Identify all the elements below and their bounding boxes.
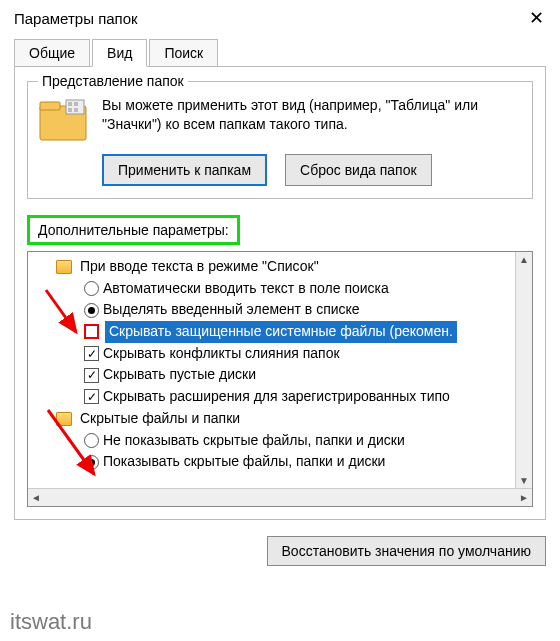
close-icon[interactable]: ✕ xyxy=(526,8,546,28)
tab-search[interactable]: Поиск xyxy=(149,39,218,67)
radio-icon[interactable] xyxy=(84,433,99,448)
svg-rect-4 xyxy=(74,102,78,106)
tab-panel-view: Представление папок Вы можете применить … xyxy=(14,66,546,520)
tab-general[interactable]: Общие xyxy=(14,39,90,67)
tree-item-label: Не показывать скрытые файлы, папки и дис… xyxy=(103,430,405,452)
folder-view-group: Представление папок Вы можете применить … xyxy=(27,81,533,199)
tree-item-label: Скрытые файлы и папки xyxy=(80,408,240,430)
tree-group: При вводе текста в режиме "Список" xyxy=(32,256,532,278)
svg-rect-6 xyxy=(74,108,78,112)
tree-item-label: Автоматически вводить текст в поле поиск… xyxy=(103,278,389,300)
svg-rect-1 xyxy=(40,102,60,110)
tree-option[interactable]: Показывать скрытые файлы, папки и диски xyxy=(32,451,532,473)
tree-item-label: Скрывать защищенные системные файлы (рек… xyxy=(105,321,457,343)
folder-view-text: Вы можете применить этот вид (например, … xyxy=(102,96,522,134)
tree-option[interactable]: Скрывать расширения для зарегистрированн… xyxy=(32,386,532,408)
folder-view-legend: Представление папок xyxy=(38,73,188,89)
watermark-text: itswat.ru xyxy=(10,609,92,635)
svg-rect-3 xyxy=(68,102,72,106)
vertical-scrollbar[interactable]: ▲ ▼ xyxy=(515,252,532,488)
restore-defaults-button[interactable]: Восстановить значения по умолчанию xyxy=(267,536,546,566)
scroll-left-icon[interactable]: ◄ xyxy=(28,490,44,505)
tree-option[interactable]: Автоматически вводить текст в поле поиск… xyxy=(32,278,532,300)
checkbox-icon[interactable] xyxy=(84,389,99,404)
tree-item-label: Скрывать расширения для зарегистрированн… xyxy=(103,386,450,408)
apply-to-folders-button[interactable]: Применить к папкам xyxy=(102,154,267,186)
scroll-down-icon[interactable]: ▼ xyxy=(516,473,532,488)
tree-option[interactable]: Не показывать скрытые файлы, папки и дис… xyxy=(32,430,532,452)
tab-view[interactable]: Вид xyxy=(92,39,147,67)
folder-icon xyxy=(38,96,90,144)
tree-option[interactable]: Выделять введенный элемент в списке xyxy=(32,299,532,321)
advanced-settings-tree[interactable]: При вводе текста в режиме "Список"Автома… xyxy=(27,251,533,507)
svg-rect-5 xyxy=(68,108,72,112)
folder-icon xyxy=(56,260,72,274)
tree-item-label: При вводе текста в режиме "Список" xyxy=(80,256,319,278)
horizontal-scrollbar[interactable]: ◄ ► xyxy=(28,488,532,506)
scroll-up-icon[interactable]: ▲ xyxy=(516,252,532,267)
advanced-settings-label: Дополнительные параметры: xyxy=(27,215,240,245)
tree-item-label: Скрывать конфликты слияния папок xyxy=(103,343,340,365)
tree-item-label: Скрывать пустые диски xyxy=(103,364,256,386)
scroll-right-icon[interactable]: ► xyxy=(516,490,532,505)
tree-item-label: Показывать скрытые файлы, папки и диски xyxy=(103,451,385,473)
checkbox-icon[interactable] xyxy=(84,324,99,339)
folder-icon xyxy=(56,412,72,426)
tree-option[interactable]: Скрывать пустые диски xyxy=(32,364,532,386)
tree-group: Скрытые файлы и папки xyxy=(32,408,532,430)
radio-icon[interactable] xyxy=(84,303,99,318)
tree-option[interactable]: Скрывать защищенные системные файлы (рек… xyxy=(32,321,532,343)
radio-icon[interactable] xyxy=(84,455,99,470)
window-title: Параметры папок xyxy=(14,10,138,27)
checkbox-icon[interactable] xyxy=(84,346,99,361)
tree-item-label: Выделять введенный элемент в списке xyxy=(103,299,360,321)
reset-folders-button[interactable]: Сброс вида папок xyxy=(285,154,432,186)
radio-icon[interactable] xyxy=(84,281,99,296)
tree-option[interactable]: Скрывать конфликты слияния папок xyxy=(32,343,532,365)
tab-strip: Общие Вид Поиск xyxy=(0,34,560,66)
checkbox-icon[interactable] xyxy=(84,368,99,383)
